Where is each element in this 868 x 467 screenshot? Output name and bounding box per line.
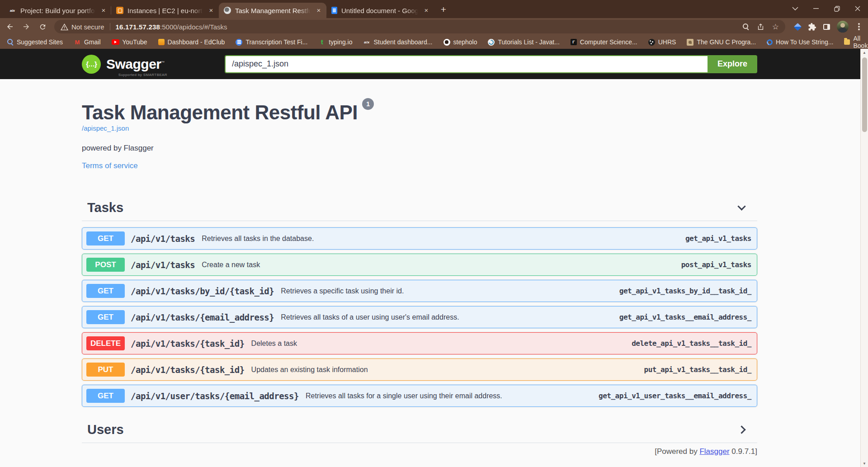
tab-title: Untitled document - Google Do bbox=[341, 7, 418, 14]
bookmark-label: How To Use String... bbox=[776, 38, 833, 46]
gmail-icon: M bbox=[74, 38, 81, 46]
endpoint-row[interactable]: DELETE/api/v1/tasks/{task_id}Deletes a t… bbox=[82, 332, 757, 354]
bookmark-item[interactable]: Suggested Sites bbox=[7, 38, 63, 46]
bookmark-label: typing.io bbox=[329, 38, 352, 46]
url-text[interactable]: 16.171.57.238:5000/apidocs/#/Tasks bbox=[116, 23, 227, 31]
address-bar[interactable]: Not secure 16.171.57.238:5000/apidocs/#/… bbox=[54, 20, 785, 33]
bookmark-item[interactable]: How To Use String... bbox=[767, 38, 833, 46]
version-badge: 1 bbox=[362, 98, 374, 110]
restore-button[interactable] bbox=[826, 0, 847, 17]
minimize-button[interactable] bbox=[806, 0, 826, 17]
spec-url-input[interactable] bbox=[225, 55, 708, 73]
all-bookmarks-button[interactable]: All Bookmarks bbox=[844, 35, 868, 49]
browser-tab[interactable]: Untitled document - Google Do× bbox=[326, 3, 434, 18]
endpoint-path: /api/v1/tasks bbox=[131, 260, 195, 270]
endpoint-description: Retrieves all tasks in the database. bbox=[202, 235, 314, 243]
flasgger-link[interactable]: Flasgger bbox=[699, 447, 729, 456]
extensions-puzzle-icon[interactable] bbox=[808, 23, 816, 31]
url-path: :5000/apidocs/#/Tasks bbox=[160, 23, 227, 31]
operation-id: get_api_v1_tasks_by_id__task_id_ bbox=[619, 287, 751, 295]
browser-tab[interactable]: Instances | EC2 | eu-north-1× bbox=[111, 3, 219, 18]
bookmark-label: Suggested Sites bbox=[17, 38, 63, 46]
spec-link[interactable]: /apispec_1.json bbox=[82, 124, 129, 132]
method-badge: GET bbox=[86, 310, 125, 324]
tab-close-icon[interactable]: × bbox=[207, 6, 215, 14]
bookmark-item[interactable]: The GNU C Progra... bbox=[687, 38, 756, 46]
url-host: 16.171.57.238 bbox=[116, 23, 160, 31]
browser-tab[interactable]: alxProject: Build your portfolio proj× bbox=[4, 3, 111, 18]
tab-close-icon[interactable]: × bbox=[99, 6, 108, 14]
method-badge: PUT bbox=[86, 363, 125, 377]
reload-button[interactable] bbox=[35, 19, 50, 34]
smartbear-subtext: Supported by SMARTBEAR bbox=[118, 73, 167, 77]
endpoint-description: Updates an existing task information bbox=[251, 366, 368, 374]
scrollbar-thumb[interactable] bbox=[862, 57, 867, 132]
computer-science-icon: Γ bbox=[571, 39, 577, 45]
tab-close-icon[interactable]: × bbox=[315, 6, 323, 14]
method-badge: GET bbox=[86, 389, 125, 403]
bookmark-item[interactable]: YouTube bbox=[112, 38, 147, 46]
bookmark-item[interactable]: Dashboard - EdClub bbox=[158, 38, 225, 46]
extension-blue-icon[interactable] bbox=[794, 23, 802, 30]
bookmark-label: stepholo bbox=[453, 38, 477, 46]
bookmark-item[interactable]: alxStudent dashboard... bbox=[363, 38, 433, 46]
chevron-right-icon[interactable] bbox=[737, 425, 745, 434]
endpoint-row[interactable]: PUT/api/v1/tasks/{task_id}Updates an exi… bbox=[82, 359, 757, 381]
operations-list: GET/api/v1/tasksRetrieves all tasks in t… bbox=[82, 227, 757, 409]
scrollbar-down-arrow[interactable]: ▼ bbox=[861, 460, 868, 467]
browser-menu-icon[interactable] bbox=[858, 26, 860, 28]
bookmark-item[interactable]: stepholo bbox=[443, 38, 477, 46]
bookmark-item[interactable]: Transcription Test Fi... bbox=[236, 38, 307, 46]
chevron-down-icon[interactable] bbox=[737, 202, 745, 210]
new-tab-button[interactable]: + bbox=[437, 3, 450, 17]
page-scrollbar[interactable]: ▲ ▼ bbox=[860, 49, 868, 467]
swagger-logo: {…} Swagger™ Supported by SMARTBEAR bbox=[82, 55, 165, 74]
section-header-users[interactable]: Users bbox=[82, 422, 757, 443]
close-window-button[interactable] bbox=[847, 0, 868, 17]
bookmark-label: Tutorials List - Javat... bbox=[498, 38, 559, 46]
api-title: Task Management Restful API 1 bbox=[82, 103, 757, 123]
github-icon bbox=[443, 39, 450, 46]
share-icon[interactable] bbox=[757, 23, 764, 31]
endpoint-row[interactable]: GET/api/v1/tasks/{email_address}Retrieve… bbox=[82, 306, 757, 328]
endpoint-row[interactable]: POST/api/v1/tasksCreate a new taskpost_a… bbox=[82, 254, 757, 276]
tab-close-icon[interactable]: × bbox=[422, 6, 430, 14]
bookmark-item[interactable]: ttyping.io bbox=[318, 38, 352, 46]
zoom-icon[interactable] bbox=[743, 24, 749, 30]
profile-avatar[interactable] bbox=[837, 21, 849, 33]
tab-strip: alxProject: Build your portfolio proj×In… bbox=[4, 3, 434, 18]
gdocs-favicon bbox=[331, 7, 337, 14]
tab-title: Instances | EC2 | eu-north-1 bbox=[127, 7, 203, 14]
endpoint-row[interactable]: GET/api/v1/tasks/by_id/{task_id}Retrieve… bbox=[82, 280, 757, 302]
endpoint-description: Create a new task bbox=[202, 261, 260, 269]
bookmark-item[interactable]: MGmail bbox=[74, 38, 101, 46]
swagger-favicon bbox=[224, 7, 231, 14]
security-label[interactable]: Not secure bbox=[71, 23, 104, 31]
operation-id: get_api_v1_tasks__email_address_ bbox=[619, 313, 751, 321]
bookmark-item[interactable]: Tutorials List - Javat... bbox=[488, 38, 559, 46]
endpoint-row[interactable]: GET/api/v1/tasksRetrieves all tasks in t… bbox=[82, 227, 757, 250]
terms-of-service-link[interactable]: Terms of service bbox=[82, 161, 138, 170]
gnu-icon bbox=[687, 39, 693, 46]
endpoint-description: Retrieves all tasks for a single user us… bbox=[306, 392, 502, 400]
endpoint-row[interactable]: GET/api/v1/user/tasks/{email_address}Ret… bbox=[82, 385, 757, 407]
bookmark-item[interactable]: UHRS bbox=[648, 38, 676, 46]
swagger-content: Task Management Restful API 1 /apispec_1… bbox=[0, 79, 868, 467]
endpoint-path: /api/v1/tasks/{task_id} bbox=[131, 339, 245, 349]
forward-button[interactable] bbox=[19, 19, 33, 34]
bookmark-item[interactable]: ΓComputer Science... bbox=[571, 38, 637, 46]
bookmark-label: Student dashboard... bbox=[374, 38, 433, 46]
side-panel-icon[interactable] bbox=[823, 24, 830, 30]
section-header-tasks[interactable]: Tasks bbox=[82, 200, 757, 221]
method-badge: POST bbox=[86, 258, 125, 272]
bookmark-label: Gmail bbox=[84, 38, 101, 46]
alx-icon: alx bbox=[363, 38, 371, 46]
explore-button[interactable]: Explore bbox=[708, 55, 757, 73]
browser-tab-bar: alxProject: Build your portfolio proj×In… bbox=[0, 0, 868, 18]
footer-suffix: 0.9.7.1] bbox=[730, 447, 757, 456]
tab-search-chevron-icon[interactable] bbox=[785, 0, 806, 17]
browser-tab-active[interactable]: Task Management Restful API× bbox=[219, 3, 326, 18]
scrollbar-up-arrow[interactable]: ▲ bbox=[861, 49, 868, 56]
bookmark-star-icon[interactable]: ☆ bbox=[772, 23, 779, 31]
back-button[interactable] bbox=[3, 19, 17, 34]
